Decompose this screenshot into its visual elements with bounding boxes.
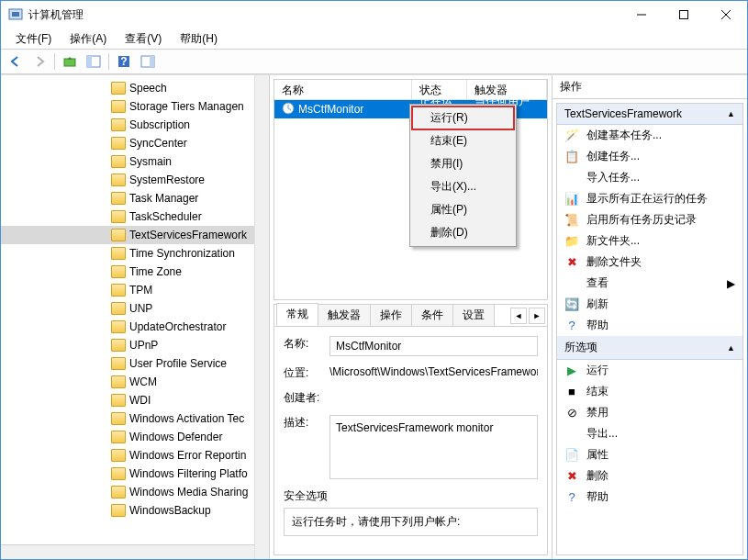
folder-icon [111, 320, 126, 333]
action-new-folder[interactable]: 📁新文件夹... [557, 230, 742, 252]
desc-field[interactable]: TextServicesFramework monitor [329, 415, 538, 479]
ctx-run[interactable]: 运行(R) [412, 106, 514, 129]
properties-button[interactable] [137, 51, 159, 72]
tree-item[interactable]: UNP [1, 299, 269, 318]
ctx-delete[interactable]: 删除(D) [412, 221, 514, 244]
actions-header: 操作 [553, 75, 747, 99]
tab-actions[interactable]: 操作 [370, 304, 412, 326]
security-text: 运行任务时，请使用下列用户帐户: [292, 515, 460, 528]
tree-item[interactable]: Time Zone [1, 263, 269, 281]
chevron-right-icon: ▶ [727, 277, 735, 290]
maximize-button[interactable] [663, 1, 705, 28]
tree-item[interactable]: WDI [1, 391, 269, 409]
tab-general[interactable]: 常规 [276, 303, 318, 326]
action-run[interactable]: ▶运行 [557, 360, 742, 381]
tree-item[interactable]: Windows Activation Tec [1, 409, 269, 428]
close-button[interactable] [705, 1, 747, 28]
tree-item[interactable]: User Profile Service [1, 354, 269, 373]
tab-conditions[interactable]: 条件 [411, 304, 453, 326]
tree-item[interactable]: Subscription [1, 116, 269, 134]
tab-scroll-right[interactable]: ► [529, 308, 545, 324]
action-show-running[interactable]: 📊显示所有正在运行的任务 [557, 188, 742, 209]
action-export[interactable]: 导出... [557, 423, 742, 444]
tree-item[interactable]: Speech [1, 79, 269, 97]
folder-icon [111, 82, 126, 95]
tree-item[interactable]: UPnP [1, 336, 269, 354]
tree-item[interactable]: UpdateOrchestrator [1, 318, 269, 336]
folder-icon [111, 339, 126, 352]
tree-item[interactable]: TPM [1, 281, 269, 299]
minimize-button[interactable] [620, 1, 663, 28]
action-history[interactable]: 📜启用所有任务历史记录 [557, 209, 742, 230]
tree-item-label: Windows Error Reportin [129, 449, 246, 462]
tree-item[interactable]: Task Manager [1, 189, 269, 207]
action-view[interactable]: 查看▶ [557, 273, 742, 294]
tree-item-label: TPM [129, 284, 152, 297]
tree-scrollbar-x[interactable] [1, 544, 254, 559]
tree-item[interactable]: SyncCenter [1, 134, 269, 152]
tree-item[interactable]: WindowsBackup [1, 501, 269, 520]
tree-item[interactable]: TextServicesFramework [1, 226, 269, 244]
name-field[interactable]: MsCtfMonitor [329, 336, 538, 356]
action-end[interactable]: ■结束 [557, 381, 742, 402]
tab-settings[interactable]: 设置 [452, 304, 495, 326]
action-refresh[interactable]: 🔄刷新 [557, 294, 742, 315]
tree-item-label: WDI [129, 394, 151, 407]
menu-view[interactable]: 查看(V) [116, 29, 171, 49]
tree-item-label: Speech [129, 82, 167, 95]
tree-item[interactable]: SystemRestore [1, 171, 269, 189]
tree-item[interactable]: WCM [1, 373, 269, 391]
ctx-disable[interactable]: 禁用(I) [412, 152, 514, 175]
menu-file[interactable]: 文件(F) [6, 29, 61, 49]
tree-item[interactable]: TaskScheduler [1, 207, 269, 226]
action-create[interactable]: 📋创建任务... [557, 146, 742, 167]
props-icon: 📄 [564, 448, 579, 463]
forward-button[interactable] [28, 51, 50, 72]
action-delete[interactable]: ✖删除 [557, 465, 742, 487]
tree-item-label: TaskScheduler [129, 210, 202, 223]
tree-item[interactable]: Windows Error Reportin [1, 446, 269, 465]
menu-help[interactable]: 帮助(H) [171, 29, 227, 49]
menu-action[interactable]: 操作(A) [61, 29, 116, 49]
tab-triggers[interactable]: 触发器 [318, 304, 371, 326]
ctx-end[interactable]: 结束(E) [412, 129, 514, 152]
folder-icon [111, 284, 126, 297]
action-help-1[interactable]: ?帮助 [557, 315, 742, 336]
tree-item[interactable]: Sysmain [1, 152, 269, 171]
folder-icon [111, 118, 126, 131]
action-properties[interactable]: 📄属性 [557, 444, 742, 465]
action-delete-folder[interactable]: ✖删除文件夹 [557, 252, 742, 273]
show-hide-tree-button[interactable] [83, 51, 105, 72]
actions-section-framework[interactable]: TextServicesFramework▲ [557, 104, 742, 125]
export-icon [564, 427, 579, 442]
tree-item[interactable]: Time Synchronization [1, 244, 269, 263]
tree-item[interactable]: Storage Tiers Managen [1, 97, 269, 116]
action-import[interactable]: 导入任务... [557, 167, 742, 188]
svg-rect-6 [64, 59, 75, 66]
tree-item[interactable]: Windows Media Sharing [1, 483, 269, 501]
help-icon-button[interactable]: ? [113, 51, 135, 72]
action-help-2[interactable]: ?帮助 [557, 487, 742, 508]
svg-rect-8 [87, 56, 92, 67]
back-button[interactable] [5, 51, 27, 72]
up-button[interactable] [59, 51, 81, 72]
actions-section-selected[interactable]: 所选项▲ [557, 336, 742, 360]
ctx-export[interactable]: 导出(X)... [412, 175, 514, 198]
wizard-icon: 🪄 [564, 129, 579, 143]
tree-item[interactable]: Windows Defender [1, 428, 269, 446]
tab-scroll-left[interactable]: ◄ [510, 308, 527, 324]
actions-pane: TextServicesFramework▲ 🪄创建基本任务... 📋创建任务.… [556, 103, 743, 555]
tree-item[interactable]: Windows Filtering Platfo [1, 465, 269, 483]
tree-scrollbar[interactable] [254, 75, 269, 559]
task-list[interactable]: 名称 状态 触发器 MsCtfMonitor 正在运行 当任何用户登录时 运行(… [274, 79, 548, 300]
action-disable[interactable]: ⊘禁用 [557, 402, 742, 423]
action-create-basic[interactable]: 🪄创建基本任务... [557, 125, 742, 146]
running-icon: 📊 [564, 192, 579, 207]
tree-item-label: TextServicesFramework [129, 229, 247, 241]
tree-item-label: Sysmain [129, 155, 172, 168]
col-name[interactable]: 名称 [274, 80, 412, 99]
ctx-properties[interactable]: 属性(P) [412, 198, 514, 221]
folder-icon [111, 467, 126, 480]
tree-pane[interactable]: SpeechStorage Tiers ManagenSubscriptionS… [1, 75, 270, 559]
tree-item-label: UpdateOrchestrator [129, 320, 226, 333]
